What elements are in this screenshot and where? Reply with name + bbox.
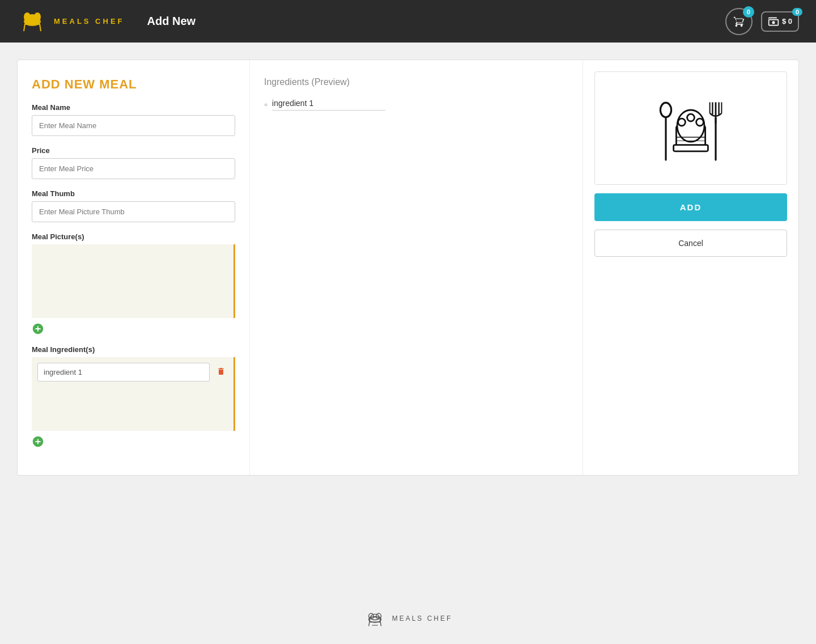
meal-thumb-group: Meal Thumb <box>32 189 235 222</box>
cart-badge: 0 <box>743 6 754 18</box>
add-meal-card: ADD NEW MEAL Meal Name Price Meal Thumb … <box>17 60 799 476</box>
logo-area: MEALS CHEF <box>17 6 125 37</box>
add-picture-button[interactable] <box>32 323 44 335</box>
price-group: Price <box>32 146 235 179</box>
logo-text: MEALS CHEF <box>54 17 125 26</box>
meal-ingredients-group: Meal Ingredient(s) <box>32 345 235 448</box>
header: MEALS CHEF Add New 0 $ 0 0 <box>0 0 816 43</box>
add-ingredient-button[interactable] <box>32 435 44 448</box>
add-button[interactable]: ADD <box>594 193 787 221</box>
meal-pictures-group: Meal Picture(s) <box>32 232 235 335</box>
plus-icon <box>32 323 44 335</box>
wallet-amount: $ 0 <box>782 17 792 26</box>
svg-point-4 <box>34 12 41 22</box>
meal-ingredients-label: Meal Ingredient(s) <box>32 345 235 354</box>
svg-point-3 <box>24 12 31 22</box>
footer-logo-icon <box>364 607 386 630</box>
chef-image <box>645 88 736 168</box>
middle-panel: Ingredients (Preview) ○ ingredient 1 <box>250 60 583 475</box>
price-input[interactable] <box>32 158 235 179</box>
footer-logo-text: MEALS CHEF <box>392 615 453 622</box>
price-label: Price <box>32 146 235 155</box>
cart-icon <box>733 15 745 28</box>
svg-line-6 <box>40 24 41 31</box>
plus-icon <box>32 435 44 448</box>
section-title: ADD NEW MEAL <box>32 77 235 92</box>
svg-point-19 <box>696 118 704 126</box>
preview-ingredient-item: ○ ingredient 1 <box>264 99 568 111</box>
main-content: ADD NEW MEAL Meal Name Price Meal Thumb … <box>0 43 816 593</box>
trash-icon <box>216 367 226 376</box>
meal-name-input[interactable] <box>32 115 235 136</box>
footer: MEALS CHEF <box>0 593 816 644</box>
svg-point-20 <box>687 114 695 121</box>
meal-thumb-input[interactable] <box>32 201 235 222</box>
cart-button[interactable]: 0 <box>725 8 753 35</box>
preview-ingredient-text: ingredient 1 <box>272 99 385 111</box>
svg-rect-16 <box>674 145 708 151</box>
cancel-button[interactable]: Cancel <box>594 230 787 257</box>
ingredients-area <box>32 357 235 431</box>
wallet-button[interactable]: $ 0 0 <box>761 11 799 32</box>
preview-title: Ingredients (Preview) <box>264 77 568 87</box>
meal-thumb-label: Meal Thumb <box>32 189 235 198</box>
meal-name-label: Meal Name <box>32 103 235 112</box>
header-icons: 0 $ 0 0 <box>725 8 799 35</box>
wallet-icon <box>768 16 779 27</box>
meal-pictures-area[interactable] <box>32 244 235 318</box>
delete-ingredient-button[interactable] <box>214 365 228 380</box>
svg-point-7 <box>660 103 671 117</box>
right-panel: ADD Cancel <box>583 60 798 475</box>
page-title: Add New <box>147 15 196 28</box>
ingredient-row <box>37 363 228 382</box>
meal-name-group: Meal Name <box>32 103 235 136</box>
bullet-icon: ○ <box>264 101 267 108</box>
svg-line-5 <box>24 24 25 31</box>
left-panel: ADD NEW MEAL Meal Name Price Meal Thumb … <box>18 60 250 475</box>
wallet-badge: 0 <box>792 8 802 16</box>
meal-pictures-label: Meal Picture(s) <box>32 232 235 241</box>
svg-line-28 <box>368 621 369 626</box>
meal-image-box <box>594 71 787 185</box>
logo-icon <box>17 6 48 37</box>
svg-point-18 <box>678 118 686 126</box>
svg-line-29 <box>380 621 381 626</box>
ingredient-input[interactable] <box>37 363 210 382</box>
